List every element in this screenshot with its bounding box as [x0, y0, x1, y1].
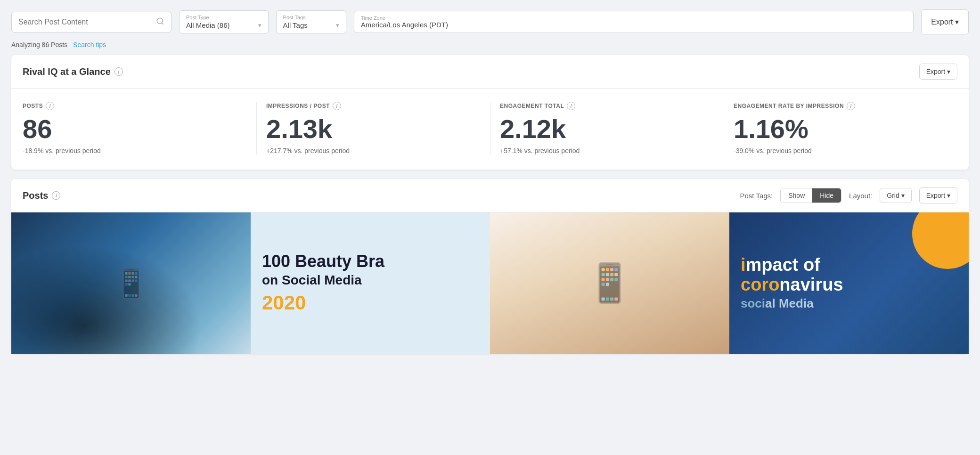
impact-line3: social Media: [741, 296, 957, 311]
svg-line-1: [162, 23, 163, 24]
post-tags-label: Post Tags: [283, 15, 339, 20]
beauty-overlay: 100 Beauty Bra on Social Media 2020: [251, 212, 490, 354]
stat-engagement-total-value: 2.12k: [500, 116, 714, 142]
posts-grid: 100 Beauty Bra on Social Media 2020 impa…: [11, 212, 969, 354]
beauty-title-line1: 100 Beauty Bra: [262, 252, 479, 271]
impact-line2: coronavirus: [741, 275, 957, 295]
posts-info-icon[interactable]: i: [52, 191, 60, 200]
toolbar: Post Type All Media (86) ▾ Post Tags All…: [0, 0, 980, 39]
posts-controls: Post Tags: Show Hide Layout: Grid ▾ Expo…: [740, 187, 957, 203]
post-type-dropdown[interactable]: Post Type All Media (86) ▾: [179, 10, 269, 33]
stat-posts: POSTS i 86 -18.9% vs. previous period: [23, 102, 256, 154]
analyzing-text: Analyzing 86 Posts: [11, 41, 67, 49]
chevron-down-icon: ▾: [336, 22, 339, 29]
stat-posts-change: -18.9% vs. previous period: [23, 147, 247, 154]
impact-overlay: impact of coronavirus social Media: [729, 212, 969, 354]
glance-card-header: Rival IQ at a Glance i Export ▾: [11, 55, 969, 89]
beauty-title-line2: on Social Media: [262, 273, 479, 288]
stat-engagement-total-change: +57.1% vs. previous period: [500, 147, 714, 154]
posts-card-header: Posts i Post Tags: Show Hide Layout: Gri…: [11, 179, 969, 212]
chevron-down-icon: ▾: [258, 22, 261, 29]
layout-dropdown[interactable]: Grid ▾: [880, 188, 911, 203]
stat-engagement-rate: ENGAGEMENT RATE BY IMPRESSION i 1.16% -3…: [724, 102, 957, 154]
stat-impressions-value: 2.13k: [266, 116, 481, 142]
stat-engagement-rate-value: 1.16%: [734, 116, 948, 142]
posts-title: Posts i: [23, 190, 60, 201]
post-tags-dropdown[interactable]: Post Tags All Tags ▾: [276, 10, 346, 33]
stat-engagement-rate-info-icon[interactable]: i: [847, 102, 855, 110]
stat-posts-info-icon[interactable]: i: [46, 102, 54, 110]
glance-card: Rival IQ at a Glance i Export ▾ POSTS i …: [11, 55, 969, 170]
glance-info-icon[interactable]: i: [114, 67, 123, 76]
svg-point-0: [157, 18, 163, 24]
post-type-value: All Media (86) ▾: [186, 21, 261, 29]
search-box[interactable]: [11, 12, 172, 32]
post-thumb-2[interactable]: 100 Beauty Bra on Social Media 2020: [251, 212, 490, 354]
search-input[interactable]: [18, 18, 151, 26]
timezone-label: Time Zone: [361, 15, 907, 21]
impact-line1: impact of: [741, 255, 957, 275]
people-image: [11, 212, 251, 354]
stat-impressions-change: +217.7% vs. previous period: [266, 147, 481, 154]
stat-engagement-rate-change: -39.0% vs. previous period: [734, 147, 948, 154]
glance-export-button[interactable]: Export ▾: [919, 64, 957, 80]
post-tags-section-label: Post Tags:: [740, 192, 773, 200]
hide-toggle-button[interactable]: Hide: [812, 188, 841, 203]
post-thumb-4[interactable]: impact of coronavirus social Media: [729, 212, 969, 354]
export-button-top[interactable]: Export ▾: [921, 9, 969, 34]
show-toggle-button[interactable]: Show: [781, 188, 812, 203]
stat-engagement-total-info-icon[interactable]: i: [567, 102, 575, 110]
stat-posts-value: 86: [23, 116, 247, 142]
glance-title: Rival IQ at a Glance i: [23, 66, 123, 77]
stat-engagement-total-label: ENGAGEMENT TOTAL i: [500, 102, 714, 110]
phone-hand-image: [490, 212, 729, 354]
stat-engagement-total: ENGAGEMENT TOTAL i 2.12k +57.1% vs. prev…: [490, 102, 724, 154]
stat-impressions: IMPRESSIONS / POST i 2.13k +217.7% vs. p…: [256, 102, 490, 154]
stat-impressions-info-icon[interactable]: i: [333, 102, 341, 110]
posts-card: Posts i Post Tags: Show Hide Layout: Gri…: [11, 179, 969, 354]
stats-grid: POSTS i 86 -18.9% vs. previous period IM…: [11, 89, 969, 170]
stat-impressions-label: IMPRESSIONS / POST i: [266, 102, 481, 110]
beauty-year: 2020: [262, 292, 479, 314]
timezone-display: Time Zone America/Los Angeles (PDT): [354, 11, 914, 33]
search-tips-link[interactable]: Search tips: [73, 41, 106, 49]
search-icon: [156, 17, 164, 27]
post-thumb-1[interactable]: [11, 212, 251, 354]
post-thumb-3[interactable]: [490, 212, 729, 354]
analyzing-bar: Analyzing 86 Posts Search tips: [0, 39, 980, 55]
timezone-value: America/Los Angeles (PDT): [361, 21, 907, 29]
layout-label: Layout:: [849, 192, 872, 200]
post-tags-toggle: Show Hide: [780, 188, 841, 203]
stat-posts-label: POSTS i: [23, 102, 247, 110]
stat-engagement-rate-label: ENGAGEMENT RATE BY IMPRESSION i: [734, 102, 948, 110]
posts-export-button[interactable]: Export ▾: [919, 187, 957, 203]
post-type-label: Post Type: [186, 15, 261, 20]
post-tags-value: All Tags ▾: [283, 21, 339, 29]
